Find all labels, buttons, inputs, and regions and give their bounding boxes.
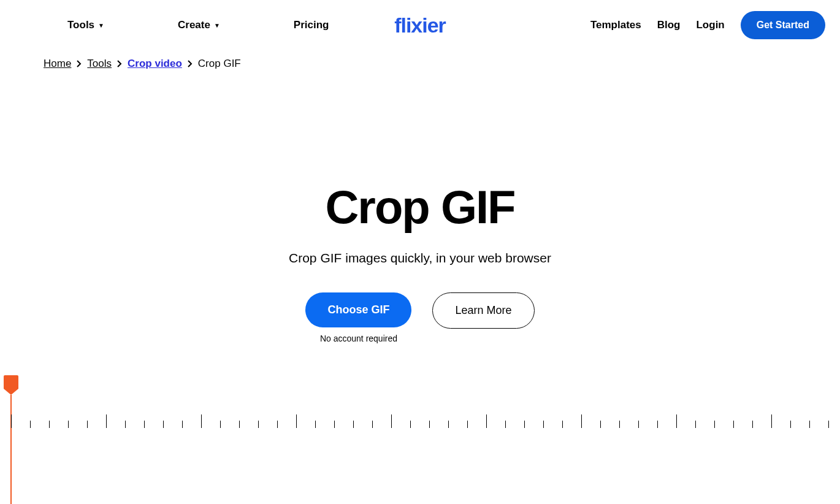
- timeline-ruler[interactable]: [0, 413, 840, 428]
- ruler-tick: [600, 421, 601, 428]
- ruler-tick: [562, 421, 563, 428]
- chevron-right-icon: [187, 59, 193, 68]
- breadcrumb-home[interactable]: Home: [44, 58, 71, 70]
- page-subtitle: Crop GIF images quickly, in your web bro…: [0, 251, 840, 265]
- ruler-tick: [30, 421, 31, 428]
- ruler-tick: [182, 421, 183, 428]
- breadcrumb-tools[interactable]: Tools: [87, 58, 112, 70]
- ruler-tick: [429, 421, 430, 428]
- logo[interactable]: flixier: [394, 13, 446, 37]
- ruler-tick: [125, 421, 126, 428]
- nav-pricing-label: Pricing: [294, 19, 329, 31]
- ruler-tick: [752, 421, 753, 428]
- ruler-tick: [334, 421, 335, 428]
- nav-tools-label: Tools: [67, 19, 94, 31]
- ruler-tick: [106, 414, 107, 428]
- ruler-tick: [410, 421, 411, 428]
- ruler-tick: [657, 421, 658, 428]
- ruler-tick: [87, 421, 88, 428]
- ruler-tick: [619, 421, 620, 428]
- ruler-tick: [809, 421, 810, 428]
- chevron-right-icon: [116, 59, 123, 68]
- ruler-tick: [486, 414, 487, 428]
- nav-tools-dropdown[interactable]: Tools ▼: [67, 19, 104, 31]
- ruler-tick: [714, 421, 715, 428]
- ruler-tick: [543, 421, 544, 428]
- ruler-tick: [144, 421, 145, 428]
- get-started-button[interactable]: Get Started: [741, 11, 825, 39]
- breadcrumb-crop-video[interactable]: Crop video: [128, 58, 182, 70]
- playhead-line: [10, 395, 12, 504]
- ruler-tick: [733, 421, 734, 428]
- ruler-tick: [828, 421, 829, 428]
- ruler-tick: [11, 414, 12, 428]
- ruler-tick: [524, 421, 525, 428]
- timeline[interactable]: [0, 375, 840, 504]
- playhead-handle[interactable]: [4, 375, 18, 389]
- ruler-tick: [353, 421, 354, 428]
- learn-more-button[interactable]: Learn More: [432, 292, 534, 329]
- ruler-tick: [49, 421, 50, 428]
- ruler-tick: [201, 414, 202, 428]
- ruler-tick: [448, 421, 449, 428]
- ruler-tick: [372, 421, 373, 428]
- caret-down-icon: ▼: [214, 22, 220, 29]
- ruler-tick: [239, 421, 240, 428]
- ruler-tick: [391, 414, 392, 428]
- ruler-tick: [638, 421, 639, 428]
- nav-blog-link[interactable]: Blog: [657, 19, 681, 31]
- ruler-tick: [258, 421, 259, 428]
- hero-section: Crop GIF Crop GIF images quickly, in you…: [0, 180, 840, 343]
- ruler-tick: [467, 421, 468, 428]
- caret-down-icon: ▼: [98, 22, 104, 29]
- ruler-tick: [68, 421, 69, 428]
- ruler-tick: [505, 421, 506, 428]
- breadcrumb: Home Tools Crop video Crop GIF: [0, 50, 840, 70]
- ruler-tick: [163, 421, 164, 428]
- ruler-tick: [695, 421, 696, 428]
- page-title: Crop GIF: [0, 180, 840, 234]
- breadcrumb-current: Crop GIF: [198, 58, 241, 70]
- nav-templates-link[interactable]: Templates: [590, 19, 641, 31]
- ruler-tick: [277, 421, 278, 428]
- ruler-tick: [296, 414, 297, 428]
- ruler-tick: [771, 414, 772, 428]
- ruler-tick: [676, 414, 677, 428]
- ruler-tick: [220, 421, 221, 428]
- choose-gif-button[interactable]: Choose GIF: [305, 292, 411, 327]
- ruler-tick: [581, 414, 582, 428]
- nav-create-dropdown[interactable]: Create ▼: [178, 19, 220, 31]
- ruler-tick: [315, 421, 316, 428]
- nav-login-link[interactable]: Login: [696, 19, 724, 31]
- nav-pricing-link[interactable]: Pricing: [294, 19, 329, 31]
- nav-create-label: Create: [178, 19, 210, 31]
- no-account-note: No account required: [320, 334, 397, 343]
- chevron-right-icon: [76, 59, 82, 68]
- ruler-tick: [790, 421, 791, 428]
